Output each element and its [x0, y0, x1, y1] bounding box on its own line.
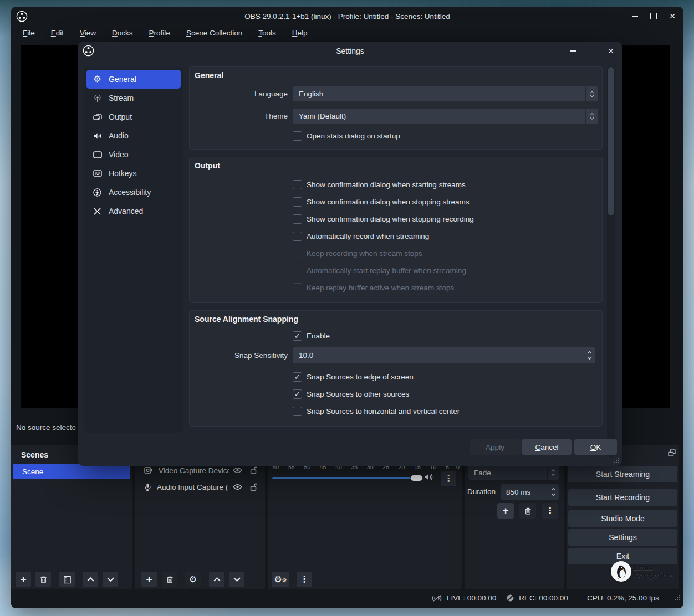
checkbox[interactable]: ✓ [293, 283, 302, 292]
lock-icon[interactable] [250, 483, 257, 491]
language-select[interactable]: English [293, 86, 598, 101]
add-source-button[interactable]: + [141, 572, 157, 587]
apply-button[interactable]: Apply [470, 439, 520, 455]
popout-icon[interactable] [668, 449, 676, 456]
scenes-toolbar: + [11, 572, 132, 589]
lock-icon[interactable] [250, 466, 257, 474]
section-title: Output [195, 161, 220, 170]
checkbox[interactable]: ✓ [293, 197, 302, 207]
menu-edit[interactable]: Edit [45, 27, 69, 39]
close-icon[interactable]: ✕ [669, 12, 676, 20]
menu-help[interactable]: Help [287, 27, 313, 39]
maximize-icon[interactable] [589, 48, 595, 54]
source-row-audio[interactable]: Audio Input Capture ( [135, 480, 265, 494]
snap-sensitivity-spinbox[interactable]: 10.0 [293, 347, 595, 363]
add-transition-button[interactable]: + [497, 503, 514, 519]
kebab-icon: ⋮ [300, 575, 309, 584]
settings-sidebar: ⚙ General Stream Output Audio [84, 67, 183, 433]
duration-label: Duration [467, 487, 496, 496]
remove-scene-button[interactable] [35, 572, 51, 587]
volume-slider[interactable] [272, 477, 424, 479]
visibility-eye-icon[interactable] [233, 467, 242, 474]
mixer-row-menu-button[interactable]: ⋮ [441, 471, 456, 486]
checkbox[interactable]: ✓ [293, 249, 302, 258]
dialog-scrollbar[interactable] [607, 66, 615, 458]
accessibility-icon [93, 188, 102, 197]
scene-up-button[interactable] [83, 572, 98, 587]
speaker-icon[interactable] [424, 473, 433, 481]
dropdown-spinner-icon[interactable] [585, 86, 598, 101]
badge-line1: Linux [634, 564, 673, 572]
nav-general[interactable]: ⚙ General [86, 70, 181, 89]
nav-advanced[interactable]: Advanced [86, 202, 181, 220]
minimize-icon[interactable] [570, 50, 576, 52]
snap-enable-row: ✓ Enable [293, 331, 330, 341]
source-properties-button[interactable]: ⚙ [185, 572, 201, 587]
visibility-eye-icon[interactable] [233, 484, 242, 490]
remove-source-button[interactable] [162, 572, 177, 587]
close-icon[interactable]: ✕ [608, 47, 614, 55]
dialog-resize-grip[interactable] [613, 456, 620, 464]
scene-filters-button[interactable] [59, 572, 75, 587]
transition-select[interactable]: Fade [468, 465, 559, 480]
source-up-button[interactable] [209, 572, 224, 587]
duration-spinbox[interactable]: 850 ms [501, 484, 559, 500]
minimize-icon[interactable] [632, 16, 638, 17]
checkbox[interactable]: ✓ [293, 266, 302, 275]
checkbox[interactable]: ✓ [293, 389, 302, 399]
spinner-arrows-icon[interactable] [583, 347, 595, 363]
antenna-icon [93, 94, 102, 102]
chevron-up-icon [213, 577, 221, 582]
kebab-icon: ⋮ [444, 474, 453, 483]
output-cb-row: ✓Show confirmation dialog when stopping … [293, 214, 474, 224]
cancel-button[interactable]: Cancel [522, 439, 572, 455]
checkbox[interactable]: ✓ [293, 180, 302, 189]
section-title: General [195, 71, 223, 80]
add-scene-button[interactable]: + [16, 572, 31, 587]
theme-select[interactable]: Yami (Default) [293, 109, 598, 124]
checkbox[interactable]: ✓ [293, 232, 302, 241]
settings-button[interactable]: Settings [568, 529, 677, 546]
nav-video[interactable]: Video [86, 145, 181, 164]
window-resize-grip[interactable] [673, 594, 681, 601]
nav-audio[interactable]: Audio [86, 126, 181, 145]
transition-menu-button[interactable]: ⋮ [542, 503, 558, 519]
menu-view[interactable]: View [74, 27, 101, 39]
menu-file[interactable]: File [17, 27, 40, 39]
main-titlebar[interactable]: OBS 29.0.2.1-1+b1 (linux) - Profile: Unt… [11, 7, 683, 25]
checkbox[interactable]: ✓ [293, 372, 302, 382]
section-general: General Language English Theme Yami (Def… [189, 66, 603, 150]
start-streaming-button[interactable]: Start Streaming [568, 466, 677, 482]
section-snapping: Source Alignment Snapping ✓ Enable Snap … [189, 310, 603, 427]
source-down-button[interactable] [229, 572, 244, 587]
tools-icon [93, 207, 102, 215]
dropdown-spinner-icon[interactable] [547, 465, 559, 480]
spinner-arrows-icon[interactable] [548, 484, 559, 500]
volume-slider-handle[interactable] [411, 475, 422, 481]
remove-transition-button[interactable] [519, 503, 536, 519]
nav-hotkeys[interactable]: Hotkeys [86, 164, 181, 183]
scene-down-button[interactable] [103, 572, 118, 587]
scrollbar-thumb[interactable] [608, 67, 614, 215]
menu-tools[interactable]: Tools [253, 27, 282, 39]
nav-output[interactable]: Output [86, 107, 181, 126]
checkbox[interactable]: ✓ [293, 131, 302, 141]
mixer-menu-button[interactable]: ⋮ [297, 572, 312, 587]
nav-stream[interactable]: Stream [86, 89, 181, 107]
chevron-up-icon [87, 577, 94, 582]
scene-list-item[interactable]: Scene [13, 464, 130, 479]
menu-profile[interactable]: Profile [144, 27, 176, 39]
studio-mode-button[interactable]: Studio Mode [568, 510, 677, 527]
checkbox[interactable]: ✓ [293, 214, 302, 224]
maximize-icon[interactable] [650, 13, 657, 19]
ok-button[interactable]: OK [574, 439, 617, 455]
menu-docks[interactable]: Docks [106, 27, 139, 39]
dropdown-spinner-icon[interactable] [585, 109, 598, 124]
checkbox[interactable]: ✓ [293, 407, 302, 416]
start-recording-button[interactable]: Start Recording [568, 489, 677, 506]
menu-scene-collection[interactable]: Scene Collection [181, 27, 248, 39]
nav-accessibility[interactable]: Accessibility [86, 183, 181, 202]
checkbox[interactable]: ✓ [293, 331, 302, 341]
checkbox-label: Open stats dialog on startup [307, 132, 400, 140]
mixer-settings-button[interactable]: ⚙⚙ [272, 572, 289, 587]
